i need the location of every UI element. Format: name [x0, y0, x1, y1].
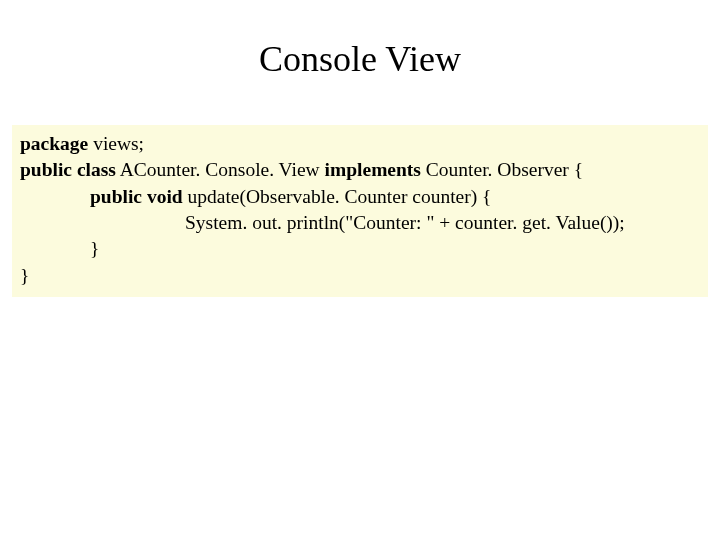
- code-line-2: public class ACounter. Console. View imp…: [20, 157, 700, 183]
- code-text: ACounter. Console. View: [116, 159, 325, 180]
- code-text: }: [90, 238, 99, 259]
- code-text: views;: [88, 133, 144, 154]
- code-text: System. out. println("Counter: " + count…: [185, 212, 625, 233]
- code-text: }: [20, 265, 29, 286]
- code-block: package views; public class ACounter. Co…: [12, 125, 708, 297]
- slide-title: Console View: [0, 0, 720, 125]
- code-line-3: public void update(Observable. Counter c…: [20, 184, 700, 210]
- code-text: Counter. Observer {: [421, 159, 583, 180]
- code-line-5: }: [20, 236, 700, 262]
- keyword-public-void: public void: [90, 186, 183, 207]
- keyword-implements: implements: [325, 159, 421, 180]
- code-text: update(Observable. Counter counter) {: [183, 186, 492, 207]
- keyword-package: package: [20, 133, 88, 154]
- code-line-1: package views;: [20, 131, 700, 157]
- code-line-6: }: [20, 263, 700, 289]
- code-line-4: System. out. println("Counter: " + count…: [20, 210, 700, 236]
- keyword-public-class: public class: [20, 159, 116, 180]
